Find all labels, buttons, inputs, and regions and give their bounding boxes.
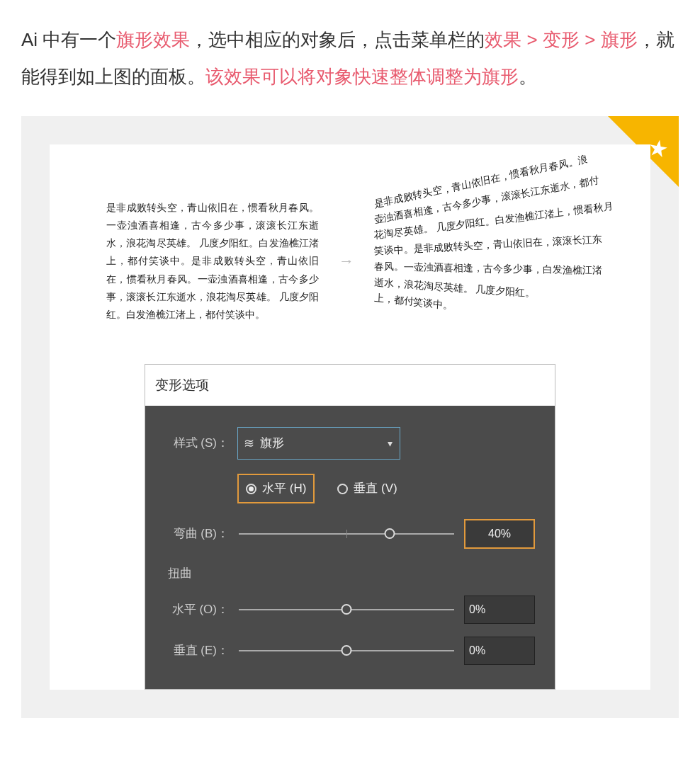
bend-slider-knob[interactable]: [384, 528, 395, 539]
hdist-slider-knob[interactable]: [341, 604, 352, 615]
vdist-label: 垂直 (E)：: [165, 639, 229, 663]
distortion-section-label: 扭曲: [168, 562, 535, 586]
style-row: 样式 (S)： ≋ 旗形 ▾: [165, 427, 535, 460]
chevron-down-icon: ▾: [388, 433, 393, 453]
intro-paragraph: Ai 中有一个旗形效果，选中相应的对象后，点击菜单栏的效果 > 变形 > 旗形，…: [21, 21, 679, 95]
radio-icon-checked: [246, 484, 256, 494]
slider-center-tick: [346, 530, 347, 538]
radio-icon: [337, 484, 348, 494]
vdist-row: 垂直 (E)： 0%: [165, 637, 535, 665]
intro-seg-1: Ai 中有一个: [21, 29, 116, 50]
intro-highlight-menu-path: 效果 > 变形 > 旗形: [485, 29, 637, 50]
vdist-value-input[interactable]: 0%: [464, 637, 535, 665]
radio-horizontal-label: 水平 (H): [262, 477, 306, 501]
style-label: 样式 (S)：: [165, 431, 229, 455]
hdist-label: 水平 (O)：: [165, 598, 229, 622]
warp-options-panel: 变形选项 样式 (S)： ≋ 旗形 ▾: [145, 364, 555, 690]
bend-label: 弯曲 (B)：: [165, 522, 229, 546]
source-text-block: 是非成败转头空，青山依旧在，惯看秋月春风。一壶浊酒喜相逢，古今多少事，滚滚长江东…: [106, 199, 319, 324]
radio-vertical-label: 垂直 (V): [354, 477, 397, 501]
hdist-slider[interactable]: [239, 609, 454, 610]
hdist-value-input[interactable]: 0%: [464, 596, 535, 624]
style-select[interactable]: ≋ 旗形 ▾: [237, 427, 400, 460]
intro-highlight-flag: 旗形效果: [116, 29, 190, 50]
before-after-row: 是非成败转头空，青山依旧在，惯看秋月春风。一壶浊酒喜相逢，古今多少事，滚滚长江东…: [57, 173, 643, 364]
arrow-right-icon: →: [339, 246, 354, 277]
warp-options-panel-wrap: 变形选项 样式 (S)： ≋ 旗形 ▾: [145, 364, 555, 690]
bend-value-input[interactable]: 40%: [464, 519, 535, 549]
flag-warped-text: 是非成败转头空，青山依旧在，惯看秋月春风。浪 壶浊酒喜相逢，古今多少事，滚滚长江…: [374, 187, 594, 336]
hdist-row: 水平 (O)： 0%: [165, 596, 535, 624]
figure-inner: 是非成败转头空，青山依旧在，惯看秋月春风。一壶浊酒喜相逢，古今多少事，滚滚长江东…: [50, 144, 650, 690]
bend-slider[interactable]: [239, 533, 454, 535]
bend-row: 弯曲 (B)： 40%: [165, 519, 535, 549]
intro-seg-4: 。: [519, 66, 537, 87]
radio-vertical[interactable]: 垂直 (V): [332, 474, 402, 503]
intro-seg-2: ，选中相应的对象后，点击菜单栏的: [190, 29, 485, 50]
orientation-radio-row: 水平 (H) 垂直 (V): [237, 474, 535, 503]
flag-icon: ≋: [244, 431, 254, 456]
vdist-slider-knob[interactable]: [341, 645, 352, 656]
intro-highlight-desc: 该效果可以将对象快速整体调整为旗形: [205, 66, 519, 87]
panel-body: 样式 (S)： ≋ 旗形 ▾ 水平 (H): [145, 406, 555, 689]
figure-container: ★ 是非成败转头空，青山依旧在，惯看秋月春风。一壶浊酒喜相逢，古今多少事，滚滚长…: [21, 116, 679, 718]
panel-title: 变形选项: [145, 365, 555, 406]
vdist-slider[interactable]: [239, 650, 454, 651]
radio-horizontal[interactable]: 水平 (H): [237, 474, 315, 503]
style-value: 旗形: [260, 431, 284, 455]
